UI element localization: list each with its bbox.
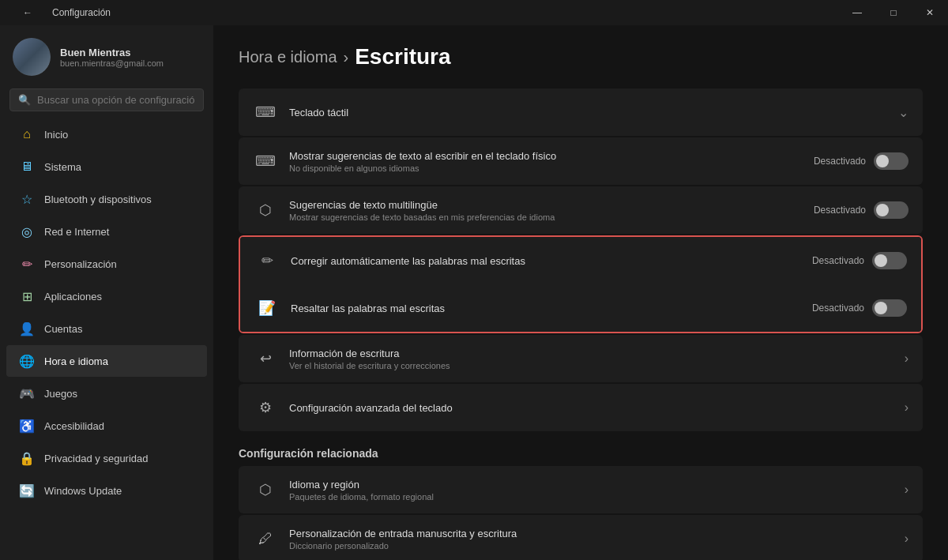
- hora-icon: 🌐: [19, 353, 35, 369]
- mostrar-sugerencias-icon: ⌨: [253, 148, 278, 174]
- update-icon: 🔄: [19, 483, 35, 498]
- resaltar-palabras-toggle[interactable]: [872, 299, 907, 317]
- sidebar-item-accesibilidad[interactable]: ♿Accesibilidad: [6, 410, 207, 442]
- personalizacion-manuscrita-control: ›: [898, 532, 908, 546]
- sugerencias-multilingue-toggle-label: Desactivado: [814, 205, 866, 216]
- informacion-escritura-control: ›: [898, 351, 908, 366]
- accesibilidad-icon: ♿: [19, 418, 35, 434]
- sugerencias-multilingue-text: Sugerencias de texto multilingüeMostrar …: [289, 199, 814, 222]
- teclado-tactil-chevron-down-icon: ⌄: [898, 105, 908, 120]
- titlebar: ← Configuración — □ ✕: [0, 0, 948, 25]
- setting-row-teclado-tactil[interactable]: ⌨Teclado táctil⌄: [239, 88, 923, 136]
- sidebar-item-label-privacidad: Privacidad y seguridad: [44, 453, 149, 464]
- sidebar-item-label-red: Red e Internet: [44, 226, 109, 238]
- cuentas-icon: 👤: [19, 321, 35, 336]
- bluetooth-icon: ☆: [19, 191, 35, 207]
- user-name: Buen Mientras: [60, 47, 164, 58]
- resaltar-palabras-icon: 📝: [254, 295, 280, 321]
- corregir-automaticamente-toggle-label: Desactivado: [812, 255, 864, 266]
- search-input[interactable]: [37, 94, 195, 106]
- sidebar-item-label-juegos: Juegos: [44, 388, 77, 400]
- sugerencias-multilingue-title: Sugerencias de texto multilingüe: [289, 199, 814, 211]
- informacion-escritura-icon: ↩: [253, 346, 278, 371]
- config-avanzada-control: ›: [898, 400, 908, 415]
- maximize-button[interactable]: □: [875, 0, 912, 25]
- sidebar-header: Buen Mientras buen.mientras@gmail.com: [0, 25, 213, 82]
- sistema-icon: 🖥: [19, 159, 35, 175]
- sidebar-item-sistema[interactable]: 🖥Sistema: [6, 151, 207, 182]
- setting-row-informacion-escritura[interactable]: ↩Información de escrituraVer el historia…: [239, 335, 923, 382]
- sidebar-item-privacidad[interactable]: 🔒Privacidad y seguridad: [6, 442, 207, 474]
- back-button[interactable]: ←: [9, 0, 46, 25]
- sidebar-item-update[interactable]: 🔄Windows Update: [6, 475, 207, 506]
- informacion-escritura-subtitle: Ver el historial de escritura y correcci…: [289, 361, 898, 370]
- corregir-automaticamente-title: Corregir automáticamente las palabras ma…: [291, 255, 812, 267]
- related-card-idioma-region: ⬡Idioma y regiónPaquetes de idioma, form…: [239, 466, 923, 513]
- config-avanzada-title: Configuración avanzada del teclado: [289, 402, 898, 414]
- breadcrumb: Hora e idioma › Escritura: [239, 44, 923, 70]
- app-body: Buen Mientras buen.mientras@gmail.com 🔍 …: [0, 25, 948, 560]
- setting-row-sugerencias-multilingue[interactable]: ⬡Sugerencias de texto multilingüeMostrar…: [239, 186, 923, 234]
- red-icon: ◎: [19, 224, 35, 239]
- personalizacion-manuscrita-subtitle: Diccionario personalizado: [289, 541, 898, 551]
- config-avanzada-chevron-right-icon: ›: [905, 400, 908, 415]
- setting-row-idioma-region[interactable]: ⬡Idioma y regiónPaquetes de idioma, form…: [239, 466, 923, 513]
- related-section-title: Configuración relacionada: [239, 447, 923, 460]
- idioma-region-chevron-right-icon: ›: [905, 483, 908, 497]
- sidebar-item-label-sistema: Sistema: [44, 161, 81, 173]
- inicio-icon: ⌂: [19, 126, 35, 142]
- titlebar-controls: — □ ✕: [839, 0, 948, 25]
- setting-row-personalizacion-manuscrita[interactable]: 🖊Personalización de entrada manuscrita y…: [239, 515, 923, 560]
- privacidad-icon: 🔒: [19, 450, 35, 466]
- settings-list: ⌨Teclado táctil⌄⌨Mostrar sugerencias de …: [239, 88, 923, 431]
- sidebar-item-juegos[interactable]: 🎮Juegos: [6, 378, 207, 409]
- mostrar-sugerencias-text: Mostrar sugerencias de texto al escribir…: [289, 150, 814, 173]
- sugerencias-multilingue-icon: ⬡: [253, 197, 278, 223]
- resaltar-palabras-toggle-label: Desactivado: [812, 303, 864, 314]
- personalizacion-manuscrita-icon: 🖊: [253, 526, 278, 551]
- mostrar-sugerencias-title: Mostrar sugerencias de texto al escribir…: [289, 150, 814, 162]
- mostrar-sugerencias-toggle[interactable]: [874, 152, 908, 170]
- avatar: [13, 38, 51, 76]
- close-button[interactable]: ✕: [912, 0, 948, 25]
- user-email: buen.mientras@gmail.com: [60, 58, 164, 68]
- setting-row-corregir-automaticamente[interactable]: ✏Corregir automáticamente las palabras m…: [240, 237, 921, 284]
- sidebar-item-label-accesibilidad: Accesibilidad: [44, 420, 104, 432]
- personalizacion-manuscrita-chevron-right-icon: ›: [905, 532, 908, 546]
- mostrar-sugerencias-toggle-label: Desactivado: [814, 156, 866, 167]
- sidebar-item-label-aplicaciones: Aplicaciones: [44, 291, 102, 303]
- breadcrumb-separator: ›: [344, 48, 349, 66]
- sidebar-item-bluetooth[interactable]: ☆Bluetooth y dispositivos: [6, 183, 207, 215]
- sidebar-item-label-bluetooth: Bluetooth y dispositivos: [44, 194, 152, 205]
- resaltar-palabras-title: Resaltar las palabras mal escritas: [291, 303, 812, 314]
- idioma-region-icon: ⬡: [253, 477, 278, 502]
- sugerencias-multilingue-toggle[interactable]: [874, 201, 908, 219]
- idioma-region-text: Idioma y regiónPaquetes de idioma, forma…: [289, 479, 898, 502]
- sidebar-item-aplicaciones[interactable]: ⊞Aplicaciones: [6, 280, 207, 312]
- sidebar-item-label-update: Windows Update: [44, 485, 122, 497]
- corregir-automaticamente-toggle[interactable]: [872, 252, 907, 269]
- setting-row-mostrar-sugerencias[interactable]: ⌨Mostrar sugerencias de texto al escribi…: [239, 137, 923, 185]
- resaltar-palabras-text: Resaltar las palabras mal escritas: [291, 303, 812, 314]
- sidebar-item-inicio[interactable]: ⌂Inicio: [6, 118, 207, 150]
- sidebar-item-label-personalizacion: Personalización: [44, 258, 117, 270]
- breadcrumb-parent: Hora e idioma: [239, 48, 337, 66]
- sidebar-item-red[interactable]: ◎Red e Internet: [6, 216, 207, 247]
- setting-card-teclado-tactil: ⌨Teclado táctil⌄: [239, 88, 923, 136]
- search-box[interactable]: 🔍: [9, 88, 204, 111]
- config-avanzada-icon: ⚙: [253, 395, 278, 420]
- related-card-personalizacion-manuscrita: 🖊Personalización de entrada manuscrita y…: [239, 515, 923, 560]
- minimize-button[interactable]: —: [839, 0, 875, 25]
- resaltar-palabras-control: Desactivado: [812, 299, 907, 317]
- setting-row-config-avanzada[interactable]: ⚙Configuración avanzada del teclado›: [239, 384, 923, 431]
- teclado-tactil-control: ⌄: [892, 105, 908, 120]
- idioma-region-control: ›: [898, 483, 908, 497]
- sidebar-item-hora[interactable]: 🌐Hora e idioma: [6, 345, 207, 377]
- juegos-icon: 🎮: [19, 385, 35, 401]
- sidebar-item-personalizacion[interactable]: ✏Personalización: [6, 248, 207, 280]
- avatar-image: [13, 38, 51, 76]
- personalizacion-manuscrita-text: Personalización de entrada manuscrita y …: [289, 528, 898, 551]
- setting-row-resaltar-palabras[interactable]: 📝Resaltar las palabras mal escritasDesac…: [240, 284, 921, 332]
- setting-card-mostrar-sugerencias: ⌨Mostrar sugerencias de texto al escribi…: [239, 137, 923, 185]
- sidebar-item-cuentas[interactable]: 👤Cuentas: [6, 313, 207, 344]
